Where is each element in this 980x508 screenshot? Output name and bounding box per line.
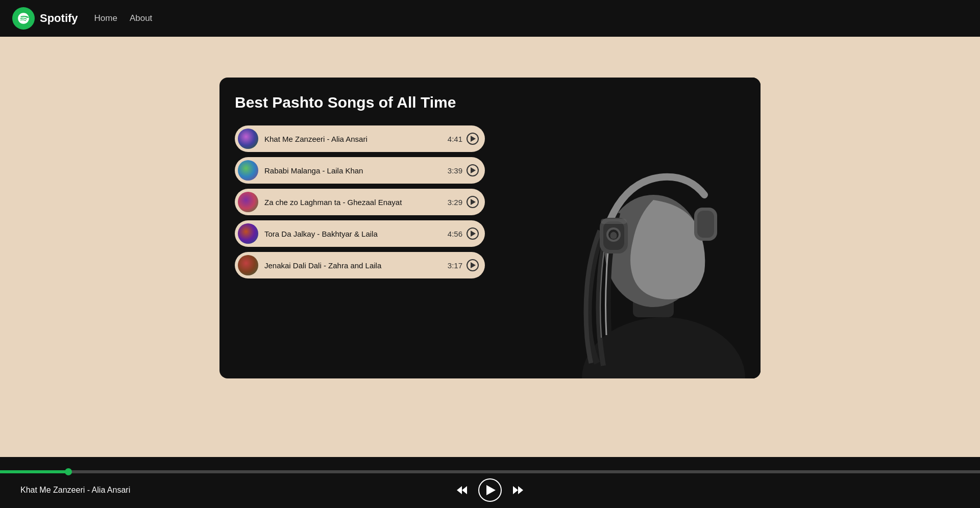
song-duration: 3:17 bbox=[448, 261, 462, 270]
song-item[interactable]: Jenakai Dali Dali - Zahra and Laila 3:17 bbox=[235, 252, 485, 278]
controls-center bbox=[454, 478, 526, 502]
song-item[interactable]: Khat Me Zanzeeri - Alia Ansari 4:41 bbox=[235, 125, 485, 152]
song-duration: 3:39 bbox=[448, 166, 462, 175]
song-thumb bbox=[238, 129, 258, 149]
song-name: Za che zo Laghman ta - Ghezaal Enayat bbox=[264, 198, 402, 207]
song-duration: 4:56 bbox=[448, 230, 462, 238]
song-info: Jenakai Dali Dali - Zahra and Laila 3:17 bbox=[264, 259, 479, 271]
svg-marker-11 bbox=[457, 486, 462, 494]
svg-rect-9 bbox=[697, 211, 714, 238]
spotify-logo bbox=[12, 7, 35, 30]
song-play-icon bbox=[467, 259, 479, 271]
brand-name: Spotify bbox=[40, 12, 78, 25]
play-icon bbox=[486, 485, 496, 495]
progress-fill bbox=[0, 470, 68, 473]
playlist-card: Best Pashto Songs of All Time Khat Me Za… bbox=[219, 78, 761, 378]
song-right: 3:29 bbox=[448, 196, 479, 208]
brand: Spotify bbox=[12, 7, 78, 30]
song-name: Rababi Malanga - Laila Khan bbox=[264, 166, 363, 175]
progress-thumb bbox=[65, 468, 72, 475]
song-info: Khat Me Zanzeeri - Alia Ansari 4:41 bbox=[264, 133, 479, 145]
nav-home[interactable]: Home bbox=[94, 13, 117, 23]
song-info: Za che zo Laghman ta - Ghezaal Enayat 3:… bbox=[264, 196, 479, 208]
prev-button[interactable] bbox=[454, 482, 470, 498]
song-right: 4:41 bbox=[448, 133, 479, 145]
song-name: Tora Da Jalkay - Bakhtyar & Laila bbox=[264, 230, 378, 238]
song-thumb bbox=[238, 223, 258, 244]
player-controls: Khat Me Zanzeeri - Alia Ansari bbox=[0, 478, 980, 502]
player-bar: Khat Me Zanzeeri - Alia Ansari bbox=[0, 457, 980, 508]
main-content: Best Pashto Songs of All Time Khat Me Za… bbox=[0, 37, 980, 457]
song-name: Jenakai Dali Dali - Zahra and Laila bbox=[264, 261, 381, 270]
song-list: Khat Me Zanzeeri - Alia Ansari 4:41 Raba… bbox=[235, 125, 500, 278]
song-right: 3:17 bbox=[448, 259, 479, 271]
now-playing: Khat Me Zanzeeri - Alia Ansari bbox=[20, 486, 130, 495]
song-thumb bbox=[238, 255, 258, 275]
nav-about[interactable]: About bbox=[130, 13, 152, 23]
song-duration: 3:29 bbox=[448, 198, 462, 207]
navbar: Spotify Home About bbox=[0, 0, 980, 37]
play-button[interactable] bbox=[478, 478, 502, 502]
song-thumb bbox=[238, 160, 258, 181]
song-play-icon bbox=[467, 133, 479, 145]
playlist-title: Best Pashto Songs of All Time bbox=[235, 94, 500, 111]
playlist-right bbox=[516, 78, 761, 378]
headphone-image bbox=[516, 78, 761, 378]
song-right: 3:39 bbox=[448, 164, 479, 176]
svg-marker-14 bbox=[518, 486, 523, 494]
next-button[interactable] bbox=[510, 482, 526, 498]
svg-marker-13 bbox=[513, 486, 518, 494]
song-item[interactable]: Tora Da Jalkay - Bakhtyar & Laila 4:56 bbox=[235, 220, 485, 247]
svg-marker-12 bbox=[462, 486, 467, 494]
song-right: 4:56 bbox=[448, 227, 479, 240]
song-thumb bbox=[238, 192, 258, 212]
song-item[interactable]: Rababi Malanga - Laila Khan 3:39 bbox=[235, 157, 485, 184]
song-play-icon bbox=[467, 164, 479, 176]
song-play-icon bbox=[467, 227, 479, 240]
song-name: Khat Me Zanzeeri - Alia Ansari bbox=[264, 135, 368, 143]
song-play-icon bbox=[467, 196, 479, 208]
song-item[interactable]: Za che zo Laghman ta - Ghezaal Enayat 3:… bbox=[235, 189, 485, 215]
playlist-left: Best Pashto Songs of All Time Khat Me Za… bbox=[219, 78, 516, 378]
song-duration: 4:41 bbox=[448, 135, 462, 143]
nav-links: Home About bbox=[94, 13, 153, 23]
svg-rect-10 bbox=[601, 219, 627, 224]
song-info: Tora Da Jalkay - Bakhtyar & Laila 4:56 bbox=[264, 227, 479, 240]
progress-bar[interactable] bbox=[0, 470, 980, 473]
song-info: Rababi Malanga - Laila Khan 3:39 bbox=[264, 164, 479, 176]
